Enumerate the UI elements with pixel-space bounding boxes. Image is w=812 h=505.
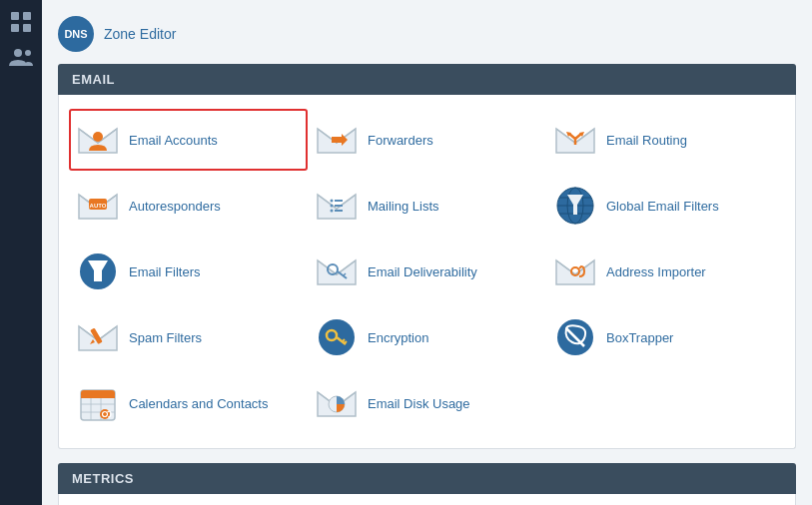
- boxtrapper-item[interactable]: BoxTrapper: [546, 306, 785, 368]
- mailing-lists-label: Mailing Lists: [368, 199, 439, 214]
- email-items-grid: Email Accounts Forwarders: [69, 109, 785, 434]
- dns-badge: DNS: [58, 16, 94, 52]
- email-accounts-label: Email Accounts: [129, 133, 218, 148]
- forwarders-label: Forwarders: [368, 133, 433, 148]
- address-importer-item[interactable]: Address Importer: [546, 241, 785, 302]
- top-bar: DNS Zone Editor: [58, 10, 796, 64]
- boxtrapper-icon: [554, 316, 596, 358]
- svg-line-10: [575, 134, 581, 139]
- global-email-filters-label: Global Email Filters: [606, 199, 719, 214]
- email-disk-usage-item[interactable]: Email Disk Usage: [308, 372, 546, 434]
- email-routing-label: Email Routing: [606, 133, 687, 148]
- email-filters-item[interactable]: Email Filters: [69, 241, 308, 302]
- svg-point-4: [14, 49, 22, 57]
- svg-rect-3: [23, 24, 31, 32]
- main-content: DNS Zone Editor EMAIL: [42, 0, 812, 505]
- metrics-section-body: [58, 494, 796, 505]
- svg-point-5: [25, 50, 31, 56]
- global-email-filters-item[interactable]: Global Email Filters: [546, 175, 785, 237]
- sidebar: [0, 0, 42, 505]
- mailing-lists-item[interactable]: Mailing Lists: [308, 175, 546, 237]
- email-section-header: EMAIL: [58, 64, 796, 95]
- svg-line-40: [345, 341, 347, 343]
- autoresponders-label: Autoresponders: [129, 199, 221, 214]
- email-filters-icon: [77, 251, 119, 292]
- svg-text:AUTO: AUTO: [90, 203, 107, 209]
- svg-line-39: [343, 339, 345, 341]
- calendars-contacts-icon: [77, 382, 119, 424]
- email-deliverability-item[interactable]: Email Deliverability: [308, 241, 546, 302]
- spam-filters-item[interactable]: Spam Filters: [69, 306, 308, 368]
- spam-filters-icon: [77, 316, 119, 358]
- autoresponders-item[interactable]: AUTO Autoresponders: [69, 175, 308, 237]
- boxtrapper-label: BoxTrapper: [606, 330, 673, 345]
- zone-editor-link[interactable]: Zone Editor: [104, 26, 176, 42]
- svg-line-9: [569, 134, 575, 139]
- email-accounts-icon: [77, 119, 119, 161]
- encryption-label: Encryption: [368, 330, 428, 345]
- users-icon[interactable]: [7, 44, 35, 72]
- grid-icon[interactable]: [7, 8, 35, 36]
- email-section-body: Email Accounts Forwarders: [58, 95, 796, 449]
- email-accounts-item[interactable]: Email Accounts: [69, 109, 308, 171]
- address-importer-label: Address Importer: [606, 264, 706, 279]
- email-routing-item[interactable]: Email Routing: [546, 109, 785, 171]
- encryption-item[interactable]: Encryption: [308, 306, 546, 368]
- svg-point-19: [331, 210, 334, 213]
- address-importer-icon: [554, 251, 596, 292]
- autoresponders-icon: AUTO: [77, 185, 119, 227]
- mailing-lists-icon: [316, 185, 358, 227]
- svg-rect-2: [11, 24, 19, 32]
- svg-rect-1: [23, 12, 31, 20]
- email-disk-usage-icon: [316, 382, 358, 424]
- global-email-filters-icon: [554, 185, 596, 227]
- svg-point-6: [93, 132, 103, 142]
- metrics-section: METRICS: [58, 463, 796, 505]
- forwarders-icon: [316, 119, 358, 161]
- email-filters-label: Email Filters: [129, 264, 201, 279]
- calendars-contacts-label: Calendars and Contacts: [129, 396, 268, 411]
- svg-rect-0: [11, 12, 19, 20]
- email-deliverability-label: Email Deliverability: [368, 264, 477, 279]
- email-disk-usage-label: Email Disk Usage: [368, 396, 470, 411]
- metrics-section-header: METRICS: [58, 463, 796, 494]
- calendars-contacts-item[interactable]: Calendars and Contacts: [69, 372, 308, 434]
- email-section: EMAIL Email Accounts: [58, 64, 796, 449]
- email-deliverability-icon: [316, 251, 358, 292]
- encryption-icon: [316, 316, 358, 358]
- svg-rect-45: [81, 396, 115, 398]
- spam-filters-label: Spam Filters: [129, 330, 202, 345]
- svg-point-17: [331, 205, 334, 208]
- svg-point-15: [331, 200, 334, 203]
- forwarders-item[interactable]: Forwarders: [308, 109, 546, 171]
- email-routing-icon: [554, 119, 596, 161]
